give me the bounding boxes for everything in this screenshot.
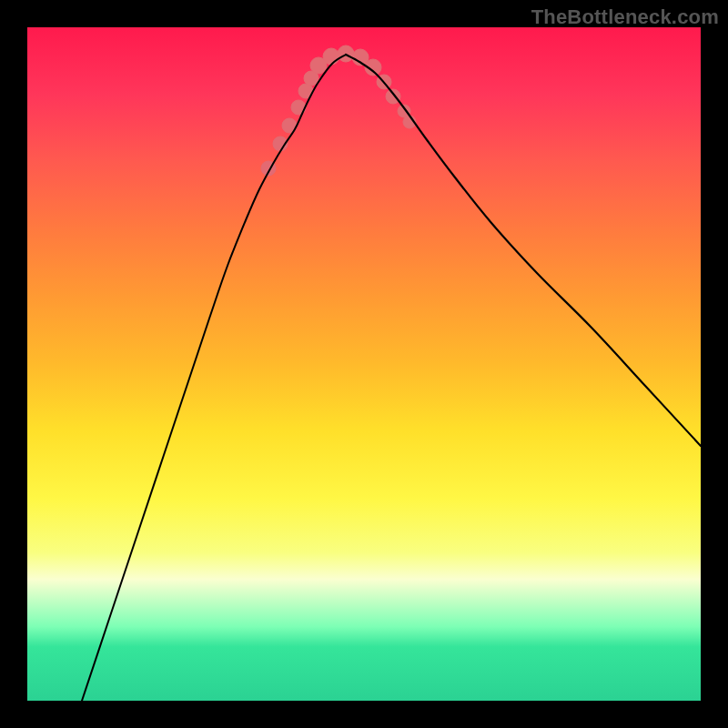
marker-bead [323, 48, 339, 65]
curve-layer [27, 27, 701, 701]
left-curve [82, 55, 346, 701]
watermark-text: TheBottleneck.com [531, 5, 719, 29]
marker-beads [261, 46, 416, 176]
chart-frame: TheBottleneck.com [0, 0, 728, 728]
plot-area [27, 27, 701, 701]
